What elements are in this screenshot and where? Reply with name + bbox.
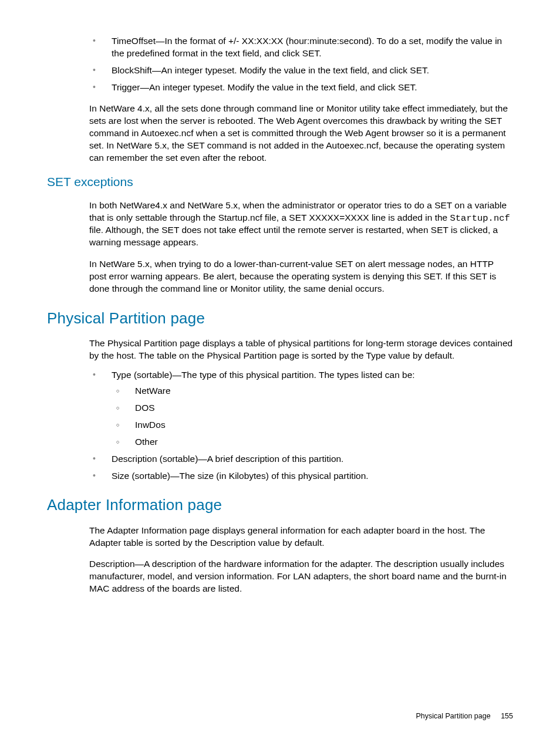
text-run: In both NetWare4.x and NetWare 5.x, when… (89, 200, 507, 222)
page-footer: Physical Partition page 155 (416, 711, 514, 721)
paragraph-set-exceptions-1: In both NetWare4.x and NetWare 5.x, when… (89, 200, 513, 249)
paragraph-adapter-2: Description—A description of the hardwar… (89, 558, 513, 595)
paragraph-pp-intro: The Physical Partition page displays a t… (89, 337, 513, 362)
list-item: BlockShift—An integer typeset. Modify th… (89, 65, 513, 77)
inline-code: Startup.ncf (450, 213, 510, 224)
list-text: Other (135, 437, 158, 447)
list-item: DOS (112, 402, 513, 414)
heading-adapter-information: Adapter Information page (47, 495, 513, 515)
pp-bullet-list: Type (sortable)—The type of this physica… (89, 369, 513, 482)
list-item: Size (sortable)—The size (in Kilobytes) … (89, 470, 513, 482)
heading-physical-partition: Physical Partition page (47, 308, 513, 329)
list-item: NetWare (112, 385, 513, 397)
list-item: InwDos (112, 419, 513, 431)
list-item: Other (112, 436, 513, 448)
list-item: Trigger—An integer typeset. Modify the v… (89, 82, 513, 94)
list-text: TimeOffset—In the format of +/- XX:XX:XX… (112, 36, 502, 58)
list-text: DOS (135, 403, 155, 413)
list-text: BlockShift—An integer typeset. Modify th… (112, 65, 429, 75)
list-text: NetWare (135, 386, 171, 396)
paragraph-adapter-1: The Adapter Information page displays ge… (89, 525, 513, 549)
list-text: Type (sortable)—The type of this physica… (112, 370, 415, 380)
list-item: Description (sortable)—A brief descripti… (89, 453, 513, 465)
list-text: Trigger—An integer typeset. Modify the v… (112, 82, 417, 92)
list-text: Description (sortable)—A brief descripti… (112, 454, 343, 464)
list-text: Size (sortable)—The size (in Kilobytes) … (112, 471, 369, 481)
page-number: 155 (501, 712, 513, 720)
list-item: Type (sortable)—The type of this physica… (89, 369, 513, 448)
paragraph-netware4: In NetWare 4.x, all the sets done throug… (89, 103, 513, 164)
list-item: TimeOffset—In the format of +/- XX:XX:XX… (89, 35, 513, 60)
text-run: file. Although, the SET does not take ef… (89, 225, 498, 247)
top-bullet-list: TimeOffset—In the format of +/- XX:XX:XX… (89, 35, 513, 94)
paragraph-set-exceptions-2: In NetWare 5.x, when trying to do a lowe… (89, 258, 513, 295)
document-page: TimeOffset—In the format of +/- XX:XX:XX… (0, 0, 560, 746)
pp-type-sublist: NetWare DOS InwDos Other (112, 385, 513, 448)
list-text: InwDos (135, 420, 166, 430)
footer-section: Physical Partition page (416, 712, 491, 720)
heading-set-exceptions: SET exceptions (47, 174, 513, 190)
